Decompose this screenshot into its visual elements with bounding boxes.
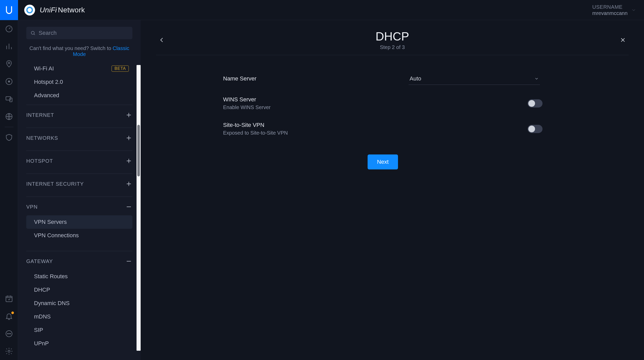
step-indicator: Step 2 of 3 (167, 44, 617, 50)
sidebar-item-dhcp[interactable]: DHCP (26, 283, 132, 297)
devices-icon[interactable] (0, 90, 18, 108)
chevron-left-icon (158, 37, 165, 43)
sidebar-item-dynamic-dns[interactable]: Dynamic DNS (26, 297, 132, 310)
sidebar-item-vpn-servers[interactable]: VPN Servers (26, 215, 132, 229)
name-server-select[interactable]: Auto (409, 75, 540, 85)
sidebar-item-label: Dynamic DNS (34, 300, 70, 307)
s2s-vpn-toggle[interactable] (528, 125, 543, 133)
notification-badge (11, 312, 14, 314)
minus-icon (125, 258, 132, 265)
wins-server-label: WINS Server (223, 96, 409, 103)
svg-rect-7 (6, 296, 12, 302)
sidebar-item-static-routes[interactable]: Static Routes (26, 270, 132, 283)
unifi-logo[interactable] (0, 0, 18, 20)
group-internet-security[interactable]: INTERNET SECURITY (26, 174, 132, 194)
svg-point-12 (8, 350, 10, 352)
minus-icon (125, 203, 132, 210)
app-title: UniFiNetwork (40, 6, 85, 14)
sidebar-item-sip[interactable]: SIP (26, 323, 132, 337)
globe-icon[interactable] (0, 108, 18, 125)
chat-icon[interactable] (0, 325, 18, 342)
sidebar-item-mdns[interactable]: mDNS (26, 310, 132, 323)
plus-icon (125, 134, 132, 142)
gear-icon[interactable] (0, 342, 18, 360)
icon-rail (0, 0, 18, 360)
user-name: mrevanmccann (592, 10, 628, 16)
dashboard-icon[interactable] (0, 20, 18, 38)
svg-point-1 (8, 62, 10, 64)
classic-mode-hint: Can't find what you need? Switch to Clas… (26, 45, 132, 57)
beta-badge: BETA (112, 66, 129, 72)
dhcp-form: Name Server Auto WINS Server Enabl (223, 70, 543, 169)
sidebar-scrollbar[interactable] (137, 125, 140, 176)
app-icon[interactable] (24, 5, 35, 15)
svg-point-10 (9, 333, 9, 334)
chevron-down-icon (534, 76, 539, 81)
bell-icon[interactable] (0, 307, 18, 325)
rail-separator (5, 127, 13, 127)
svg-point-3 (8, 81, 10, 82)
plus-icon (125, 157, 132, 165)
sidebar-item-label: Hotspot 2.0 (34, 79, 63, 85)
group-networks[interactable]: NETWORKS (26, 128, 132, 148)
sidebar-item-label: Wi-Fi AI (34, 65, 54, 72)
app-header: UniFiNetwork USERNAME mrevanmccann (18, 0, 644, 20)
sidebar-item-wifi-ai[interactable]: Wi-Fi AI BETA (26, 62, 132, 75)
settings-sidebar: Can't find what you need? Switch to Clas… (18, 20, 141, 360)
calendar-icon[interactable] (0, 290, 18, 307)
svg-point-11 (10, 333, 11, 334)
group-hotspot[interactable]: HOTSPOT (26, 151, 132, 171)
stats-icon[interactable] (0, 38, 18, 55)
plus-icon (125, 180, 132, 187)
sidebar-item-label: UPnP (34, 340, 49, 347)
group-vpn[interactable]: VPN VPN Servers VPN Connections (26, 197, 132, 242)
sidebar-item-vpn-connections[interactable]: VPN Connections (26, 229, 132, 242)
sidebar-divider-bar (137, 65, 141, 351)
sidebar-item-label: VPN Servers (34, 219, 67, 225)
header-divider (156, 55, 629, 55)
back-button[interactable] (156, 34, 167, 46)
page-title: DHCP (167, 29, 617, 43)
main-pane: DHCP Step 2 of 3 Name Server (141, 20, 644, 360)
sidebar-item-label: DHCP (34, 287, 50, 293)
name-server-value: Auto (410, 75, 421, 82)
close-button[interactable] (617, 34, 629, 46)
search-box[interactable] (26, 27, 132, 39)
close-icon (620, 37, 626, 43)
svg-rect-4 (6, 97, 11, 100)
chevron-down-icon (631, 7, 636, 13)
shield-icon[interactable] (0, 129, 18, 146)
search-icon (30, 30, 36, 36)
svg-point-13 (31, 31, 34, 34)
sidebar-item-hotspot20[interactable]: Hotspot 2.0 (26, 75, 132, 89)
name-server-label: Name Server (223, 75, 409, 82)
sidebar-item-upnp[interactable]: UPnP (26, 337, 132, 350)
sidebar-item-advanced[interactable]: Advanced (26, 89, 132, 102)
search-input[interactable] (39, 30, 128, 36)
svg-point-9 (7, 333, 8, 334)
s2s-vpn-label: Site-to-Site VPN (223, 122, 409, 128)
plus-icon (125, 111, 132, 119)
map-icon[interactable] (0, 55, 18, 73)
group-internet[interactable]: INTERNET (26, 105, 132, 125)
sidebar-item-label: VPN Connections (34, 232, 79, 239)
user-label: USERNAME (592, 4, 628, 10)
s2s-vpn-sub: Exposed to Site-to-Site VPN (223, 130, 409, 136)
user-menu[interactable]: USERNAME mrevanmccann (592, 4, 636, 16)
wins-server-sub: Enable WINS Server (223, 104, 409, 110)
sidebar-item-label: Advanced (34, 92, 59, 99)
next-button[interactable]: Next (368, 154, 398, 169)
group-gateway[interactable]: GATEWAY Static Routes DHCP Dynamic DNS m… (26, 251, 132, 350)
radio-icon[interactable] (0, 73, 18, 90)
wins-server-toggle[interactable] (528, 99, 543, 108)
sidebar-item-label: SIP (34, 327, 43, 333)
sidebar-item-label: Static Routes (34, 273, 68, 280)
sidebar-item-label: mDNS (34, 313, 51, 320)
